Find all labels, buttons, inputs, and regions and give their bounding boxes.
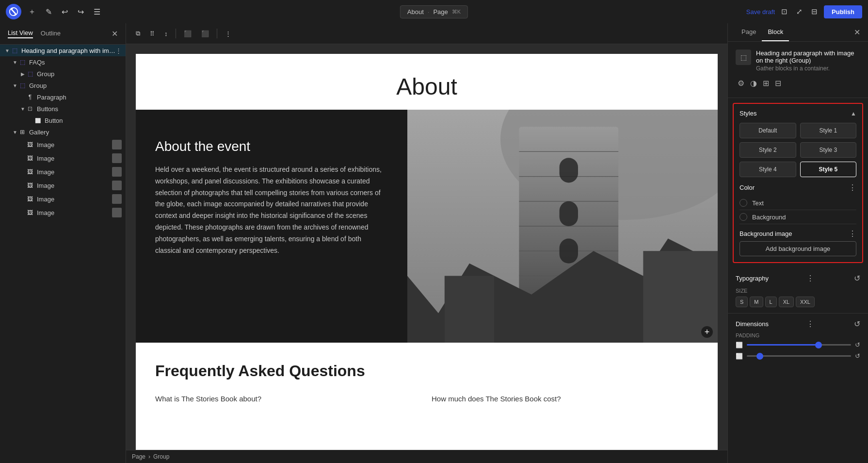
document-overview-button[interactable]: ☰ <box>91 4 103 19</box>
redo-button[interactable]: ↪ <box>75 4 87 19</box>
tree-item-button[interactable]: ⬜ Button <box>0 115 126 126</box>
bg-image-more-button[interactable]: ⋮ <box>849 229 856 238</box>
padding-reset-button-2[interactable]: ↺ <box>855 352 860 360</box>
typography-reset-button[interactable]: ↺ <box>854 274 860 283</box>
padding-icon-2: ⬜ <box>736 353 743 360</box>
padding-reset-button-1[interactable]: ↺ <box>855 341 860 348</box>
tab-list-view[interactable]: List View <box>8 29 33 38</box>
chevron-icon: ▼ <box>12 129 18 135</box>
tree-item-label: Buttons <box>37 105 122 113</box>
chevron-spacer <box>27 117 34 124</box>
bg-color-circle[interactable] <box>739 213 747 221</box>
tree-item-label: Gallery <box>29 129 122 136</box>
tree-item-group1[interactable]: ▶ ⬚ Group <box>0 68 126 80</box>
stone-tower-svg <box>407 110 718 343</box>
layout-icon[interactable]: ⊟ <box>773 77 783 90</box>
preview-button[interactable]: ⊡ <box>779 5 790 18</box>
chevron-spacer <box>19 168 26 175</box>
tree-item-heading-paragraph[interactable]: ▼ ⬚ Heading and paragraph with image on … <box>0 45 126 56</box>
chevron-spacer <box>19 209 26 216</box>
size-xxl-button[interactable]: XXL <box>796 297 815 307</box>
wp-logo[interactable] <box>6 4 21 19</box>
half-circle-icon[interactable]: ◑ <box>748 77 759 90</box>
bg-color-label: Background <box>752 214 786 221</box>
padding-slider-1[interactable] <box>747 344 851 346</box>
drag-block-button[interactable]: ⠿ <box>146 28 159 40</box>
list-item[interactable]: 🖼 Image <box>0 165 126 179</box>
align-right-button[interactable]: ⬛ <box>197 28 213 40</box>
add-block-canvas-button[interactable]: + <box>701 326 713 338</box>
chevron-icon: ▶ <box>19 70 26 77</box>
toolbar-separator <box>217 29 217 38</box>
right-panel-close-button[interactable]: ✕ <box>854 23 860 41</box>
block-toolbar: ⧉ ⠿ ↕ ⬛ ⬛ ⋮ <box>126 23 727 44</box>
save-draft-button[interactable]: Save draft <box>746 8 775 16</box>
style-1-button[interactable]: Style 1 <box>800 123 857 138</box>
typography-more-button[interactable]: ⋮ <box>806 274 814 283</box>
style-4-button[interactable]: Style 4 <box>739 162 796 177</box>
styles-collapse-button[interactable]: ▲ <box>851 110 856 117</box>
more-options-button[interactable]: ⋮ <box>221 28 235 40</box>
block-meta: Heading and paragraph with image on the … <box>756 50 860 72</box>
color-more-button[interactable]: ⋮ <box>849 183 856 192</box>
page-content: About About the event Held over a weeken… <box>136 54 718 450</box>
hero-image <box>407 110 718 343</box>
dimensions-more-button[interactable]: ⋮ <box>806 319 814 329</box>
dimensions-reset-button[interactable]: ↺ <box>854 319 860 329</box>
breadcrumb-item[interactable]: Page <box>132 453 145 460</box>
breadcrumb-item[interactable]: Group <box>153 453 169 460</box>
padding-slider-2[interactable] <box>747 355 851 357</box>
tree-item-group2[interactable]: ▼ ⬚ Group <box>0 80 126 91</box>
padding-label: PADDING <box>736 332 860 338</box>
chevron-spacer <box>19 94 26 100</box>
tree-item-gallery[interactable]: ▼ ⊞ Gallery <box>0 126 126 138</box>
buttons-icon: ⊡ <box>26 105 34 113</box>
image-thumbnail <box>112 194 122 204</box>
publish-button[interactable]: Publish <box>824 5 862 18</box>
tree-item-actions[interactable]: ⋮ <box>115 47 122 54</box>
grid-icon[interactable]: ⊞ <box>761 77 771 90</box>
list-item[interactable]: 🖼 Image <box>0 192 126 206</box>
list-item[interactable]: 🖼 Image <box>0 206 126 219</box>
chevron-spacer <box>19 155 26 162</box>
image-thumbnail <box>112 167 122 177</box>
move-block-button[interactable]: ↕ <box>161 28 172 40</box>
list-item[interactable]: 🖼 Image <box>0 179 126 192</box>
align-left-button[interactable]: ⬛ <box>180 28 195 40</box>
tree-item-buttons[interactable]: ▼ ⊡ Buttons <box>0 103 126 115</box>
size-l-button[interactable]: L <box>765 297 777 307</box>
tree-item-paragraph[interactable]: ¶ Paragraph <box>0 91 126 103</box>
fullscreen-button[interactable]: ⤢ <box>794 5 805 18</box>
size-m-button[interactable]: M <box>750 297 763 307</box>
block-icon: ⬚ <box>736 50 751 65</box>
image-icon: 🖼 <box>26 209 34 216</box>
style-2-button[interactable]: Style 2 <box>739 142 796 158</box>
block-name: Heading and paragraph with image on the … <box>756 50 860 64</box>
gear-icon[interactable]: ⚙ <box>736 77 746 90</box>
tab-outline[interactable]: Outline <box>41 30 61 38</box>
breadcrumb-separator: › <box>148 453 150 460</box>
copy-block-button[interactable]: ⧉ <box>132 27 144 40</box>
undo-button[interactable]: ↩ <box>59 4 71 19</box>
add-bg-image-button[interactable]: Add background image <box>739 241 856 256</box>
add-block-button[interactable]: ＋ <box>25 4 39 20</box>
style-default-button[interactable]: Default <box>739 123 796 138</box>
tab-page[interactable]: Page <box>736 23 762 41</box>
page-name-pill[interactable]: About · Page ⌘K <box>400 5 468 18</box>
style-3-button[interactable]: Style 3 <box>800 142 857 158</box>
tools-button[interactable]: ✎ <box>43 4 55 19</box>
style-5-button[interactable]: Style 5 <box>800 162 857 177</box>
panel-close-button[interactable]: ✕ <box>112 29 118 38</box>
list-item[interactable]: 🖼 Image <box>0 151 126 165</box>
settings-button[interactable]: ⊟ <box>809 5 820 18</box>
paragraph-icon: ¶ <box>26 93 34 101</box>
left-panel: List View Outline ✕ ▼ ⬚ Heading and para… <box>0 23 126 463</box>
chevron-spacer <box>19 196 26 202</box>
tab-block[interactable]: Block <box>762 23 789 41</box>
text-color-circle[interactable] <box>739 199 747 207</box>
size-s-button[interactable]: S <box>736 297 748 307</box>
tree-item-faqs[interactable]: ▼ ⬚ FAQs <box>0 56 126 68</box>
main-layout: List View Outline ✕ ▼ ⬚ Heading and para… <box>0 23 868 463</box>
list-item[interactable]: 🖼 Image <box>0 138 126 151</box>
size-xl-button[interactable]: XL <box>779 297 794 307</box>
